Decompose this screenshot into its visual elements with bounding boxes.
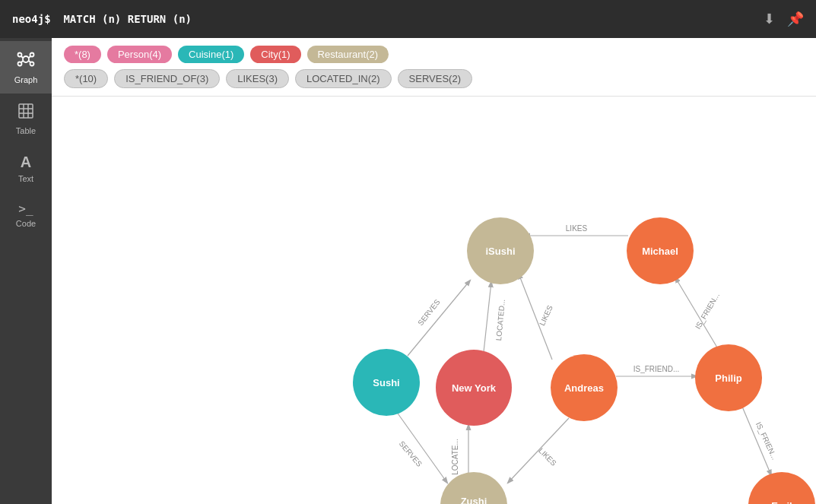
badge-likes[interactable]: LIKES(3) <box>226 69 289 88</box>
svg-rect-9 <box>19 104 33 118</box>
node-michael[interactable] <box>627 217 694 284</box>
download-icon[interactable]: ⬇ <box>764 11 775 27</box>
badge-city[interactable]: City(1) <box>250 46 300 63</box>
edge-label-located-newyork: LOCATE... <box>451 439 459 475</box>
badge-restaurant[interactable]: Restaurant(2) <box>307 46 389 63</box>
badge-serves[interactable]: SERVES(2) <box>398 69 472 88</box>
graph-canvas: LIKES LIKES LOCATED... SERVES LOCATE... … <box>52 97 816 504</box>
sidebar-label-graph: Graph <box>14 75 38 84</box>
sidebar-item-text[interactable]: A Text <box>0 144 52 192</box>
svg-point-3 <box>18 62 22 66</box>
sidebar-item-code[interactable]: >_ Code <box>0 192 52 237</box>
sidebar-label-table: Table <box>16 126 36 135</box>
edge-label-serves-zushizam: SERVES <box>398 439 424 468</box>
top-bar-actions: ⬇ 📌 <box>764 11 804 27</box>
badge-is-friend-of[interactable]: IS_FRIEND_OF(3) <box>114 69 220 88</box>
graph-svg: LIKES LIKES LOCATED... SERVES LOCATE... … <box>52 97 816 504</box>
filter-row-edges: *(10) IS_FRIEND_OF(3) LIKES(3) LOCATED_I… <box>64 69 804 88</box>
badge-all-nodes[interactable]: *(8) <box>64 46 101 63</box>
svg-line-7 <box>21 61 23 62</box>
filter-row-nodes: *(8) Person(4) Cuisine(1) City(1) Restau… <box>64 46 804 63</box>
edge-label-likes-andreas: LIKES <box>538 304 554 328</box>
filter-bar: *(8) Person(4) Cuisine(1) City(1) Restau… <box>52 38 816 97</box>
table-icon <box>17 103 34 123</box>
svg-line-5 <box>21 56 23 58</box>
edge-label-located-isushi: LOCATED... <box>494 299 506 341</box>
badge-all-edges[interactable]: *(10) <box>64 69 108 88</box>
node-emil[interactable] <box>748 472 815 504</box>
edge-andreas-isushi <box>519 274 552 360</box>
node-newyork[interactable] <box>436 350 512 426</box>
graph-icon <box>17 50 35 72</box>
edge-sushi-zushizam <box>396 411 447 483</box>
top-bar: neo4j$ MATCH (n) RETURN (n) ⬇ 📌 <box>0 0 816 38</box>
prompt-text: neo4j$ MATCH (n) RETURN (n) <box>12 13 192 25</box>
svg-line-6 <box>29 56 30 58</box>
svg-point-2 <box>30 53 34 57</box>
svg-point-1 <box>18 53 22 57</box>
content-area: *(8) Person(4) Cuisine(1) City(1) Restau… <box>52 38 816 504</box>
main-area: Graph Table A Text >_ Code <box>0 38 816 504</box>
edge-label-likes-michael: LIKES <box>566 224 588 233</box>
node-zushizam[interactable] <box>440 472 507 504</box>
edge-newyork-isushi <box>484 282 491 352</box>
badge-cuisine[interactable]: Cuisine(1) <box>178 46 244 63</box>
edge-philip-michael <box>675 277 717 347</box>
node-isushi[interactable] <box>467 217 534 284</box>
sidebar-item-table[interactable]: Table <box>0 94 52 144</box>
code-icon: >_ <box>18 201 33 216</box>
edge-label-likes-zushizam: LIKES <box>537 446 558 468</box>
edge-label-serves-isushi: SERVES <box>416 297 442 327</box>
node-philip[interactable] <box>695 344 762 411</box>
node-andreas[interactable] <box>551 354 618 421</box>
text-icon: A <box>21 154 31 171</box>
svg-line-8 <box>29 61 30 62</box>
sidebar: Graph Table A Text >_ Code <box>0 38 52 504</box>
pin-icon[interactable]: 📌 <box>787 11 804 27</box>
node-sushi[interactable] <box>353 349 420 416</box>
edge-label-isfriend-andreas: IS_FRIEND... <box>633 365 680 373</box>
svg-point-0 <box>23 56 29 62</box>
edge-label-isfriend-emil: IS_FRIEN... <box>754 420 779 461</box>
badge-located-in[interactable]: LOCATED_IN(2) <box>295 69 392 88</box>
edge-philip-emil <box>742 407 771 475</box>
edge-sushi-isushi <box>408 281 470 356</box>
edge-label-isfriend-philip: IS_FRIEN... <box>694 291 721 331</box>
sidebar-label-text: Text <box>18 174 33 183</box>
edge-andreas-zushizam <box>508 418 569 483</box>
badge-person[interactable]: Person(4) <box>107 46 172 63</box>
sidebar-label-code: Code <box>16 219 36 228</box>
sidebar-item-graph[interactable]: Graph <box>0 41 52 94</box>
svg-point-4 <box>30 62 34 66</box>
